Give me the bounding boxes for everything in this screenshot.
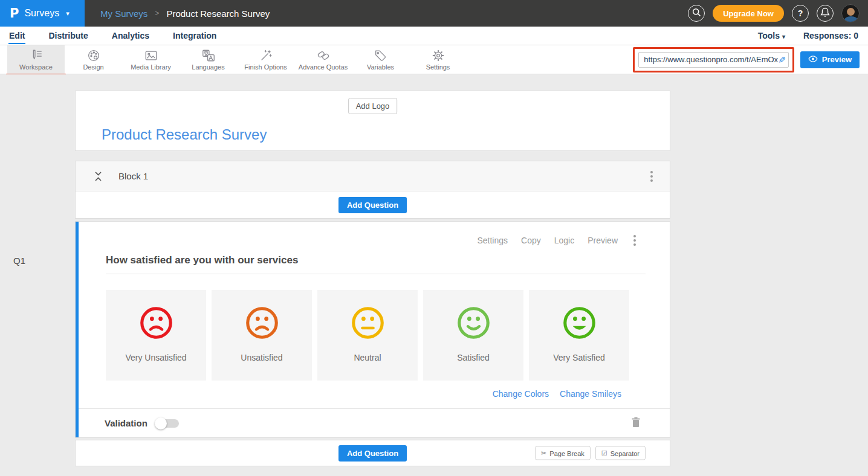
- tab-integration[interactable]: Integration: [172, 28, 217, 44]
- media-library-icon: [144, 48, 158, 63]
- tab-edit[interactable]: Edit: [8, 28, 25, 44]
- smiley-option-very-satisfied[interactable]: Very Satisfied: [529, 290, 629, 381]
- question-action-settings[interactable]: Settings: [477, 236, 508, 245]
- page-break-button[interactable]: ✂ Page Break: [535, 446, 591, 460]
- toolbar-item-finish-options[interactable]: Finish Options: [237, 45, 294, 74]
- survey-title[interactable]: Product Research Survey: [102, 126, 267, 143]
- add-logo-button[interactable]: Add Logo: [348, 98, 398, 114]
- block-options-menu-icon[interactable]: [648, 169, 655, 184]
- question-action-logic[interactable]: Logic: [554, 236, 574, 245]
- add-question-button-bottom[interactable]: Add Question: [338, 445, 407, 462]
- workspace-icon: [29, 48, 44, 63]
- smiley-option-label: Very Satisfied: [553, 353, 605, 362]
- survey-column: Add Logo Product Research Survey Block 1…: [76, 91, 670, 466]
- search-icon: [692, 8, 701, 19]
- smiley-option-neutral[interactable]: Neutral: [317, 290, 418, 381]
- toolbar-item-variables[interactable]: Variables: [352, 45, 409, 74]
- scissors-icon: ✂: [541, 449, 546, 457]
- block-header: Block 1: [76, 161, 670, 191]
- very-unsatisfied-face-icon: [139, 290, 173, 343]
- smiley-option-label: Satisfied: [457, 353, 490, 362]
- user-avatar[interactable]: [841, 4, 860, 22]
- toolbar-item-languages[interactable]: Languages: [180, 45, 237, 74]
- preview-button[interactable]: Preview: [800, 51, 860, 68]
- help-button[interactable]: ?: [792, 5, 809, 22]
- eye-icon: [808, 55, 818, 64]
- toolbar-item-media-library[interactable]: Media Library: [122, 45, 180, 74]
- questionpro-logo-icon: P: [10, 5, 19, 21]
- languages-icon: [201, 48, 216, 63]
- satisfied-face-icon: [456, 290, 491, 343]
- variables-tag-icon: [374, 48, 388, 63]
- smiley-option-very-unsatisfied[interactable]: Very Unsatisfied: [106, 290, 206, 381]
- question-index-label: Q1: [13, 256, 25, 266]
- settings-gear-icon: [431, 48, 445, 63]
- survey-url-field: ✎: [638, 52, 789, 68]
- toolbar-item-settings[interactable]: Settings: [409, 45, 467, 74]
- footer-right-buttons: ✂ Page Break ☑ Separator: [535, 446, 646, 460]
- smiley-option-unsatisfied[interactable]: Unsatisfied: [212, 290, 312, 381]
- workspace-canvas: Q1 Add Logo Product Research Survey Bloc…: [0, 74, 868, 475]
- change-smileys-link[interactable]: Change Smileys: [560, 389, 621, 399]
- block-name[interactable]: Block 1: [118, 171, 148, 181]
- toolbar-item-design[interactable]: Design: [65, 45, 122, 74]
- advance-quotas-link-icon: [316, 48, 331, 63]
- validation-toggle[interactable]: [156, 419, 179, 428]
- tab-distribute[interactable]: Distribute: [48, 28, 88, 44]
- question-actions: SettingsCopyLogicPreview: [79, 222, 670, 248]
- question-card: SettingsCopyLogicPreview How satisfied a…: [76, 222, 670, 437]
- smiley-option-label: Neutral: [354, 353, 381, 362]
- finish-options-wand-icon: [259, 48, 273, 63]
- toolbar-items: WorkspaceDesignMedia LibraryLanguagesFin…: [7, 45, 467, 74]
- survey-url-highlight-annotation: ✎: [633, 47, 794, 72]
- unsatisfied-face-icon: [245, 290, 279, 343]
- chevron-down-icon: ▾: [66, 10, 70, 18]
- toolbar-item-workspace[interactable]: Workspace: [7, 45, 65, 74]
- smiley-links: Change ColorsChange Smileys: [79, 381, 670, 409]
- breadcrumb-separator-icon: >: [155, 9, 159, 18]
- surveys-menu[interactable]: P Surveys ▾: [0, 0, 85, 27]
- tabrow-right: Tools ▾ Responses: 0: [758, 31, 858, 40]
- tab-list: EditDistributeAnalyticsIntegration: [8, 28, 217, 44]
- collapse-block-icon[interactable]: [94, 172, 103, 181]
- question-action-copy[interactable]: Copy: [521, 236, 541, 245]
- tab-analytics[interactable]: Analytics: [111, 28, 150, 44]
- breadcrumb-my-surveys[interactable]: My Surveys: [100, 8, 147, 19]
- section-tab-row: EditDistributeAnalyticsIntegration Tools…: [0, 27, 868, 45]
- bell-icon: [820, 7, 830, 19]
- search-button[interactable]: [688, 5, 705, 22]
- breadcrumb-current-survey: Product Research Survey: [166, 8, 270, 19]
- block-footer: Add Question ✂ Page Break ☑ Separator: [76, 440, 670, 466]
- separator-button[interactable]: ☑ Separator: [595, 446, 646, 460]
- chevron-down-icon: ▾: [782, 33, 785, 40]
- edit-url-pencil-icon[interactable]: ✎: [777, 56, 788, 63]
- notifications-button[interactable]: [817, 5, 834, 22]
- toolbar-right: ✎ Preview: [633, 45, 868, 74]
- tools-menu[interactable]: Tools ▾: [758, 31, 785, 40]
- product-name: Surveys: [24, 8, 59, 19]
- add-question-button-top[interactable]: Add Question: [338, 197, 407, 213]
- validation-label: Validation: [105, 418, 147, 428]
- question-action-preview[interactable]: Preview: [588, 236, 618, 245]
- smiley-option-label: Very Unsatisfied: [125, 353, 186, 362]
- edit-toolbar: WorkspaceDesignMedia LibraryLanguagesFin…: [0, 45, 868, 74]
- survey-url-input[interactable]: [644, 55, 778, 64]
- neutral-face-icon: [351, 290, 385, 343]
- question-text[interactable]: How satisfied are you with our services: [106, 254, 646, 274]
- toolbar-item-advance-quotas[interactable]: Advance Quotas: [294, 45, 352, 74]
- design-palette-icon: [86, 48, 101, 63]
- question-options-menu-icon[interactable]: [631, 233, 638, 248]
- topbar-actions: Upgrade Now ?: [688, 4, 868, 22]
- change-colors-link[interactable]: Change Colors: [493, 389, 549, 399]
- question-mark-icon: ?: [798, 8, 803, 18]
- validation-row: Validation: [79, 409, 670, 437]
- very-satisfied-face-icon: [562, 290, 597, 343]
- top-bar: P Surveys ▾ My Surveys > Product Researc…: [0, 0, 868, 27]
- upgrade-now-button[interactable]: Upgrade Now: [713, 5, 784, 22]
- breadcrumb: My Surveys > Product Research Survey: [100, 8, 270, 19]
- smiley-option-satisfied[interactable]: Satisfied: [423, 290, 523, 381]
- delete-question-trash-icon[interactable]: [631, 417, 641, 430]
- avatar-photo: [847, 8, 855, 16]
- responses-count[interactable]: Responses: 0: [803, 31, 858, 40]
- block-card: Block 1 Add Question: [76, 161, 670, 218]
